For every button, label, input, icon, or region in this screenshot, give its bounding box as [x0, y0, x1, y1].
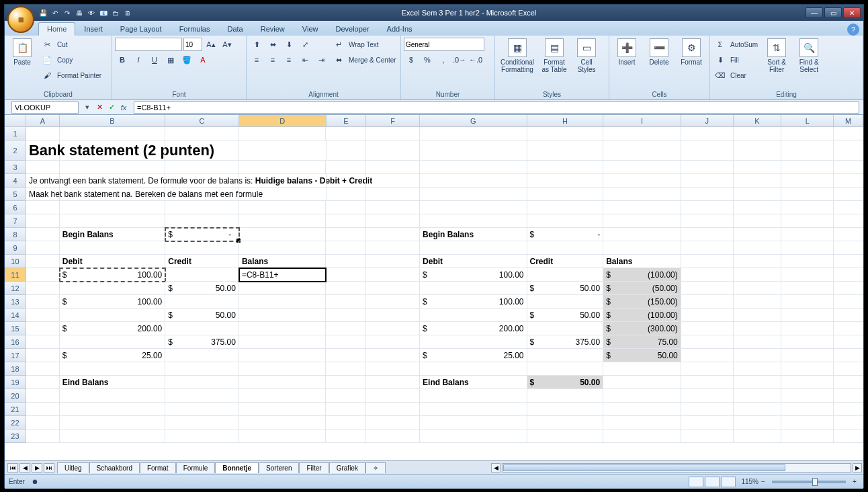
sheet-tab-formule[interactable]: Formule	[176, 462, 216, 473]
cell-G20[interactable]	[420, 389, 527, 403]
cell-A11[interactable]	[26, 268, 60, 282]
cell-L12[interactable]	[781, 282, 834, 295]
cell-A12[interactable]	[26, 282, 60, 295]
cell-E11[interactable]	[326, 268, 366, 282]
cell-K11[interactable]	[734, 268, 782, 282]
cell-C4[interactable]	[165, 174, 239, 188]
cell-A6[interactable]	[26, 201, 60, 214]
cell-styles-button[interactable]: ▭Cell Styles	[572, 37, 601, 75]
row-header-6[interactable]: 6	[5, 201, 26, 214]
cell-G2[interactable]	[420, 140, 527, 161]
cell-I19[interactable]	[603, 376, 681, 389]
cell-M5[interactable]	[834, 188, 863, 201]
sheet-nav-last-icon[interactable]: ⏭	[44, 463, 54, 473]
cell-J17[interactable]	[681, 349, 734, 362]
cell-G19[interactable]: Eind Balans	[420, 376, 527, 389]
cell-F8[interactable]	[366, 228, 420, 241]
conditional-formatting-button[interactable]: ▦Conditional Formatting	[498, 37, 537, 75]
cell-I3[interactable]	[603, 161, 681, 174]
cell-K12[interactable]	[734, 282, 782, 295]
cell-F10[interactable]	[366, 255, 420, 268]
format-painter-icon[interactable]: 🖌	[40, 69, 54, 82]
cell-B18[interactable]	[60, 362, 165, 376]
cell-B2[interactable]	[60, 140, 165, 161]
qat-mail-icon[interactable]: 📧	[99, 8, 108, 17]
view-page-break-icon[interactable]	[721, 477, 736, 487]
cancel-edit-icon[interactable]: ✕	[93, 101, 105, 114]
delete-cells-button[interactable]: ➖Delete	[644, 37, 674, 67]
cell-I12[interactable]: $(50.00)	[603, 282, 681, 295]
cell-G15[interactable]: $200.00	[420, 322, 527, 335]
cell-L15[interactable]	[781, 322, 834, 335]
cell-G5[interactable]	[420, 188, 527, 201]
col-header-F[interactable]: F	[366, 115, 420, 126]
cell-J9[interactable]	[681, 241, 734, 255]
cell-D5[interactable]	[239, 188, 327, 201]
align-left-icon[interactable]: ≡	[249, 53, 264, 67]
macro-record-icon[interactable]: ⏺	[32, 478, 38, 485]
row-header-17[interactable]: 17	[5, 349, 26, 362]
cell-K21[interactable]	[734, 403, 782, 416]
cell-D14[interactable]	[239, 309, 327, 322]
cell-D2[interactable]	[239, 140, 327, 161]
cell-K1[interactable]	[734, 127, 782, 140]
cell-L17[interactable]	[781, 349, 834, 362]
cell-G14[interactable]	[420, 309, 527, 322]
cell-B19[interactable]: Eind Balans	[60, 376, 165, 389]
cell-D23[interactable]	[239, 429, 327, 443]
cell-G9[interactable]	[420, 241, 527, 255]
insert-cells-button[interactable]: ➕Insert	[612, 37, 642, 67]
cell-A1[interactable]	[26, 127, 60, 140]
cell-G1[interactable]	[420, 127, 527, 140]
cell-I8[interactable]	[603, 228, 681, 241]
cell-C13[interactable]	[165, 295, 239, 309]
cell-J5[interactable]	[681, 188, 734, 201]
cell-E20[interactable]	[326, 389, 366, 403]
cell-E3[interactable]	[326, 161, 366, 174]
merge-center-label[interactable]: Merge & Center	[347, 56, 398, 64]
row-header-5[interactable]: 5	[5, 188, 26, 201]
cell-M18[interactable]	[834, 362, 863, 376]
sheet-tab-schaakbord[interactable]: Schaakbord	[89, 462, 140, 473]
cell-F15[interactable]	[366, 322, 420, 335]
cell-E14[interactable]	[326, 309, 366, 322]
cell-G21[interactable]	[420, 403, 527, 416]
qat-print-icon[interactable]: 🖶	[75, 8, 84, 17]
cell-G22[interactable]	[420, 416, 527, 429]
cell-M4[interactable]	[834, 174, 863, 188]
tab-review[interactable]: Review	[252, 22, 294, 36]
cell-E13[interactable]	[326, 295, 366, 309]
cell-B7[interactable]	[60, 214, 165, 228]
font-size-select[interactable]	[183, 38, 202, 51]
cell-J21[interactable]	[681, 403, 734, 416]
cell-D12[interactable]	[239, 282, 327, 295]
cell-F9[interactable]	[366, 241, 420, 255]
cell-D19[interactable]	[239, 376, 327, 389]
cell-D8[interactable]	[239, 228, 327, 241]
cell-D6[interactable]	[239, 201, 327, 214]
cell-M21[interactable]	[834, 403, 863, 416]
cell-B20[interactable]	[60, 389, 165, 403]
cell-A23[interactable]	[26, 429, 60, 443]
cell-I21[interactable]	[603, 403, 681, 416]
cell-J7[interactable]	[681, 214, 734, 228]
qat-preview-icon[interactable]: 👁	[87, 8, 96, 17]
cell-C9[interactable]	[165, 241, 239, 255]
office-button[interactable]: ⊞	[7, 6, 34, 33]
format-as-table-button[interactable]: ▤Format as Table	[539, 37, 569, 75]
cell-M19[interactable]	[834, 376, 863, 389]
cell-G23[interactable]	[420, 429, 527, 443]
cell-H19[interactable]: $50.00	[527, 376, 604, 389]
cell-G7[interactable]	[420, 214, 527, 228]
row-header-9[interactable]: 9	[5, 241, 26, 255]
cell-B3[interactable]	[60, 161, 165, 174]
cell-M11[interactable]	[834, 268, 863, 282]
cell-D16[interactable]	[239, 335, 327, 349]
cell-B6[interactable]	[60, 201, 165, 214]
name-box[interactable]: VLOOKUP	[11, 101, 79, 114]
fill-icon[interactable]: ⬇	[713, 53, 728, 67]
row-header-16[interactable]: 16	[5, 335, 26, 349]
cell-A18[interactable]	[26, 362, 60, 376]
cell-D15[interactable]	[239, 322, 327, 335]
row-header-20[interactable]: 20	[5, 389, 26, 403]
